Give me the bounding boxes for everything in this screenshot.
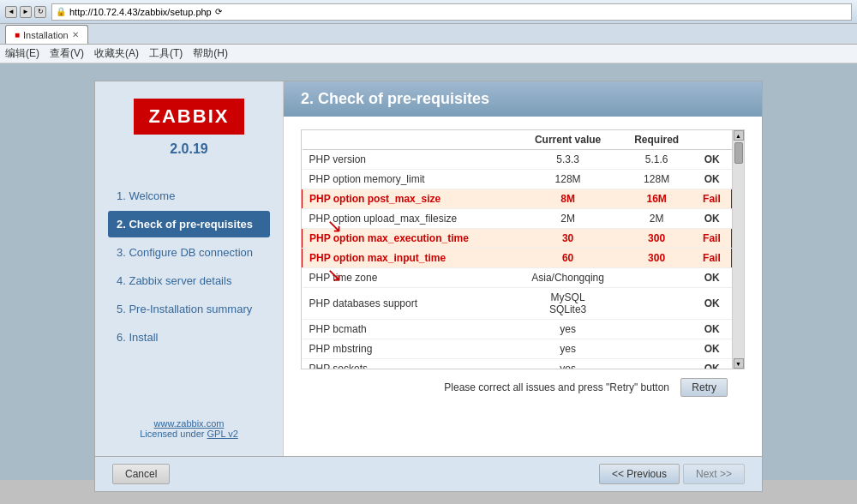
row-required: 16M: [620, 189, 692, 209]
row-required: 2M: [620, 209, 692, 229]
table-row: PHP version 5.3.3 5.1.6 OK: [303, 150, 732, 170]
right-header: 2. Check of pre-requisites: [284, 81, 762, 117]
row-status: OK: [692, 268, 732, 288]
active-tab[interactable]: ■ Installation ✕: [5, 25, 88, 44]
col-name-header: [303, 130, 515, 150]
refresh-icon[interactable]: ↻: [34, 6, 46, 18]
nav-item-server[interactable]: 4. Zabbix server details: [108, 267, 270, 294]
row-current: Asia/Chongqing: [515, 268, 621, 288]
zabbix-link[interactable]: www.zabbix.com: [154, 418, 225, 429]
table-row: PHP mbstring yes OK: [303, 339, 732, 359]
menu-favorites[interactable]: 收藏夹(A): [94, 46, 139, 61]
back-icon[interactable]: ◄: [5, 6, 17, 18]
table-row: PHP time zone Asia/Chongqing OK: [303, 268, 732, 288]
table-row: PHP option upload_max_filesize 2M 2M OK: [303, 209, 732, 229]
col-status-header: [692, 130, 732, 150]
row-status: OK: [692, 170, 732, 189]
prereq-table: Current value Required PHP version: [302, 130, 732, 369]
row-current: 2M: [515, 209, 621, 229]
table-row: PHP databases support MySQLSQLite3 OK: [303, 288, 732, 320]
row-name: PHP option max_input_time: [303, 249, 515, 268]
table-row: PHP bcmath yes OK: [303, 320, 732, 339]
nav-item-summary[interactable]: 5. Pre-Installation summary: [108, 296, 270, 322]
row-name: PHP sockets: [303, 359, 515, 370]
retry-message: Please correct all issues and press "Ret…: [444, 381, 669, 393]
cancel-button[interactable]: Cancel: [112, 464, 170, 484]
install-footer: Cancel << Previous Next >>: [95, 456, 762, 491]
row-status: OK: [692, 150, 732, 170]
row-name: PHP bcmath: [303, 320, 515, 339]
tab-label: Installation: [23, 30, 69, 40]
col-current-header: Current value: [515, 130, 621, 150]
nav-item-db[interactable]: 3. Configure DB connection: [108, 239, 270, 266]
row-status: OK: [692, 320, 732, 339]
row-required: [620, 288, 692, 320]
row-name: PHP option max_execution_time: [303, 229, 515, 249]
browser-chrome: ◄ ► ↻ 🔒 http://10.72.4.43/zabbix/setup.p…: [0, 0, 857, 63]
row-status: Fail: [692, 249, 732, 268]
zabbix-version: 2.0.19: [170, 141, 207, 157]
row-current: 128M: [515, 170, 621, 189]
scroll-up-icon[interactable]: ▲: [734, 130, 744, 141]
row-name: PHP option memory_limit: [303, 170, 515, 189]
retry-section: Please correct all issues and press "Ret…: [301, 369, 745, 405]
row-required: 300: [620, 229, 692, 249]
row-status: OK: [692, 339, 732, 359]
table-row: PHP sockets yes OK: [303, 359, 732, 370]
row-name: PHP time zone: [303, 268, 515, 288]
nav-item-prereq[interactable]: 2. Check of pre-requisites: [108, 211, 270, 237]
row-status: Fail: [692, 229, 732, 249]
prev-button[interactable]: << Previous: [599, 464, 680, 484]
menu-tools[interactable]: 工具(T): [149, 46, 183, 61]
row-current: yes: [515, 339, 621, 359]
row-current: 8M: [515, 189, 621, 209]
next-button[interactable]: Next >>: [683, 464, 745, 484]
nav-menu: 1. Welcome 2. Check of pre-requisites 3.…: [108, 183, 270, 352]
address-text: http://10.72.4.43/zabbix/setup.php: [69, 7, 212, 17]
row-required: [620, 359, 692, 370]
scroll-thumb[interactable]: [734, 142, 743, 164]
table-row-fail: PHP option max_input_time 60 300 Fail: [303, 249, 732, 268]
row-current: yes: [515, 359, 621, 370]
nav-item-install[interactable]: 6. Install: [108, 324, 270, 351]
install-body: ZABBIX 2.0.19 1. Welcome 2. Check of pre…: [95, 81, 762, 456]
gpl-link[interactable]: GPL v2: [207, 429, 238, 439]
title-bar-icons: ◄ ► ↻: [5, 6, 46, 18]
row-name: PHP option upload_max_filesize: [303, 209, 515, 229]
row-current: yes: [515, 320, 621, 339]
row-status: OK: [692, 288, 732, 320]
row-status: OK: [692, 359, 732, 370]
tab-close-icon[interactable]: ✕: [72, 30, 79, 39]
menu-view[interactable]: 查看(V): [50, 46, 84, 61]
left-panel: ZABBIX 2.0.19 1. Welcome 2. Check of pre…: [95, 81, 284, 456]
forward-icon[interactable]: ►: [20, 6, 32, 18]
row-status: OK: [692, 209, 732, 229]
row-name: PHP option post_max_size: [303, 189, 515, 209]
retry-button[interactable]: Retry: [680, 378, 728, 397]
zabbix-logo: ZABBIX: [134, 99, 245, 135]
col-required-header: Required: [620, 130, 692, 150]
row-status: Fail: [692, 189, 732, 209]
menu-help[interactable]: 帮助(H): [193, 46, 228, 61]
install-container: ZABBIX 2.0.19 1. Welcome 2. Check of pre…: [94, 81, 763, 492]
scrollbar[interactable]: ▲ ▼: [733, 129, 745, 369]
right-content: Current value Required PHP version: [284, 117, 762, 456]
row-required: 128M: [620, 170, 692, 189]
sidebar-footer: www.zabbix.com Licensed under GPL v2: [140, 401, 238, 439]
row-required: [620, 339, 692, 359]
row-required: 5.1.6: [620, 150, 692, 170]
nav-item-welcome[interactable]: 1. Welcome: [108, 183, 270, 209]
row-name: PHP databases support: [303, 288, 515, 320]
tabs-row: ■ Installation ✕: [0, 24, 857, 45]
scroll-area: Current value Required PHP version: [301, 129, 733, 369]
row-current: 30: [515, 229, 621, 249]
row-name: PHP mbstring: [303, 339, 515, 359]
right-panel: 2. Check of pre-requisites Current value: [284, 81, 762, 456]
row-required: [620, 268, 692, 288]
menu-bar: 编辑(E) 查看(V) 收藏夹(A) 工具(T) 帮助(H): [0, 45, 857, 63]
page-title: 2. Check of pre-requisites: [301, 90, 489, 107]
license-text: Licensed under: [140, 429, 204, 439]
address-bar[interactable]: 🔒 http://10.72.4.43/zabbix/setup.php ⟳: [51, 3, 852, 21]
menu-edit[interactable]: 编辑(E): [5, 46, 39, 61]
scroll-down-icon[interactable]: ▼: [734, 358, 744, 369]
